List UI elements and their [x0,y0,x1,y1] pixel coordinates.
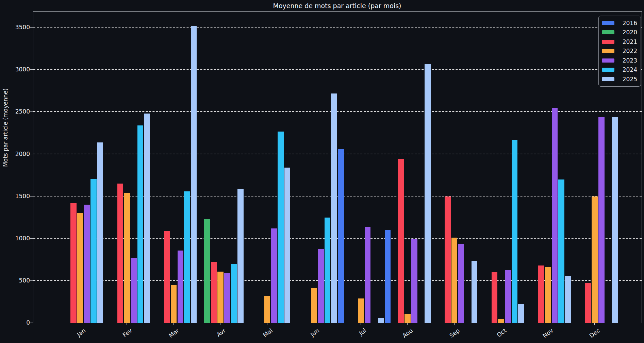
legend-label-2016: 2016 [617,20,637,27]
xtick-mark-dec [594,323,595,325]
bar-slot-2016-fev [104,12,111,323]
bar-slot-2023-avr [224,12,231,323]
bar-slot-2021-jan [70,12,77,323]
bar-2022-dec [592,196,598,323]
bar-slot-2016-avr [197,12,204,323]
bar-2023-sep [458,244,464,323]
xtick-label-mar: Mar [157,327,180,343]
bar-2025-fev [144,114,150,323]
bar-slot-2022-fev [123,12,130,323]
bar-slot-2023-oct [505,12,511,323]
bar-2016-jul [338,149,344,323]
legend-swatch-2025 [602,77,614,81]
xtick-mark-oct [501,323,501,325]
bar-slot-2020-mar [157,12,164,323]
bar-2021-mar [164,231,170,323]
bar-slot-2022-nov [545,12,551,323]
legend-entry-2024: 2024 [602,65,637,75]
ytick-label-0: 0 [6,319,30,326]
bar-2021-oct [492,272,498,323]
bar-slot-2016-jun [291,12,298,323]
bar-slot-2021-fev [117,12,124,323]
bar-slot-2023-jun [317,12,324,323]
bar-group-mar [150,12,197,323]
bar-2022-nov [545,267,551,323]
bar-2025-avr [237,189,244,323]
ytick-label-1500: 1500 [6,193,30,200]
ytick-label-3000: 3000 [6,66,30,73]
bar-2023-fev [131,258,137,323]
bar-slot-2023-sep [458,12,465,323]
xtick-mark-mar [174,323,174,325]
bar-2020-avr [204,219,210,323]
legend-swatch-2023 [602,58,614,63]
legend-entry-2016: 2016 [602,18,637,28]
bar-slot-2024-aou [418,12,425,323]
xtick-label-oct: Oct [484,327,508,343]
xtick-label-dec: Dec [578,327,601,343]
bar-2023-mai [271,228,277,323]
legend-label-2023: 2023 [617,57,637,64]
bar-2025-aou [425,64,431,323]
bar-slot-2024-oct [511,12,518,323]
bar-slot-2020-jul [344,12,351,323]
legend-label-2020: 2020 [617,29,637,36]
legend-entry-2020: 2020 [602,28,637,37]
ytick-mark-1000 [30,238,33,239]
bar-slot-2022-jun [311,12,317,323]
legend-label-2021: 2021 [617,38,637,45]
xtick-label-mai: Mai [251,327,274,343]
bar-2023-aou [411,239,417,323]
legend-label-2022: 2022 [617,48,637,54]
bar-slot-2025-nov [565,12,572,323]
bar-slot-2025-jan [97,12,104,323]
xtick-mark-jan [80,323,80,325]
bar-slot-2024-avr [231,12,237,323]
bar-slot-2025-aou [424,12,431,323]
bar-slot-2020-avr [204,12,211,323]
legend-entry-2023: 2023 [602,56,637,65]
bar-slot-2023-mar [177,12,184,323]
bar-slot-2016-sep [431,12,438,323]
bar-slot-2016-oct [478,12,485,323]
bar-slot-2025-mar [191,12,197,323]
bar-slot-2024-sep [464,12,471,323]
bar-slot-2016-dec [572,12,578,323]
bar-slot-2016-nov [525,12,531,323]
bar-2021-nov [538,265,544,323]
bar-2023-oct [505,270,511,323]
xtick-label-jul: Jul [344,327,367,343]
bar-slot-2022-avr [217,12,224,323]
bar-group-fev [104,12,151,323]
bar-2022-mai [264,296,270,323]
bar-slot-2023-mai [271,12,278,323]
legend: 2016202020212022202320242025 [598,16,641,87]
bar-2021-aou [398,159,404,323]
bar-2025-jun [331,93,337,323]
bar-slot-2024-nov [558,12,565,323]
ytick-label-1000: 1000 [6,235,30,242]
xtick-mark-sep [454,323,455,325]
legend-swatch-2016 [602,21,614,25]
xtick-label-sep: Sep [438,327,461,343]
bar-group-nov [525,12,572,323]
ytick-label-3500: 3500 [6,24,30,31]
bar-slot-2022-mai [264,12,271,323]
xtick-mark-jun [314,323,314,325]
bar-2025-mai [284,168,291,323]
legend-swatch-2022 [602,49,614,53]
bar-2024-jan [90,179,97,323]
ytick-mark-0 [30,323,33,323]
xtick-label-fev: Fev [110,327,133,343]
legend-swatch-2021 [602,40,614,44]
bar-slot-2021-oct [491,12,498,323]
bar-slot-2022-aou [404,12,411,323]
bar-2021-avr [211,262,217,323]
bar-2024-fev [137,125,144,323]
ytick-mark-2000 [30,154,33,154]
bar-slot-2020-sep [438,12,445,323]
bar-slot-2025-avr [237,12,244,323]
plot-area [33,11,642,323]
bar-2024-jun [325,218,331,323]
legend-swatch-2024 [602,68,614,72]
